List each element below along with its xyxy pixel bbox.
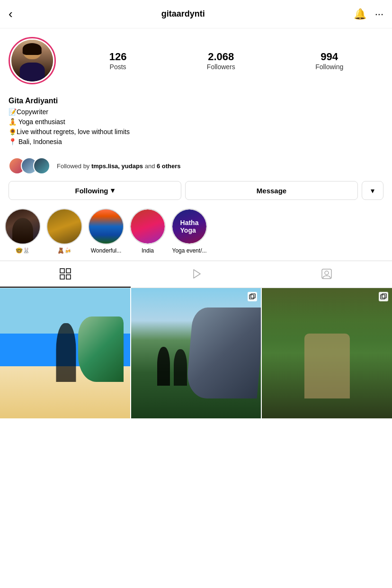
dropdown-icon: ▾ [371,186,374,195]
profile-section: 126 Posts 2.068 Followers 994 Following [0,28,392,97]
stats-row: 126 Posts 2.068 Followers 994 Following [69,51,383,71]
header: ‹ gitaardynti 🔔 ··· [0,0,392,28]
story-item-1[interactable]: 🤓🐰 [5,208,41,254]
followers-count: 2.068 [208,51,234,63]
more-icon[interactable]: ··· [375,8,383,20]
tagged-icon [321,268,333,280]
following-button[interactable]: Following ▾ [9,181,181,200]
story-item-4[interactable]: India [130,208,166,254]
svg-rect-1 [66,269,71,273]
bio-section: Gita Ardiyanti 📝Copywriter 🧘 Yoga enthus… [0,97,392,153]
story-label-5: Yoga event/... [172,247,207,254]
reels-icon [190,268,202,280]
tab-reels[interactable] [131,261,261,288]
multi-post-icon [248,292,257,301]
story-circle-5[interactable]: HathaYoga [171,208,207,244]
svg-rect-7 [249,295,254,299]
photo-grid [0,288,392,418]
following-count: 994 [321,51,338,63]
tab-tagged[interactable] [261,261,392,288]
story-circle-1[interactable] [5,208,41,244]
header-icons: 🔔 ··· [354,8,383,20]
follower-others[interactable]: 6 others [157,163,181,170]
notification-icon[interactable]: 🔔 [354,8,366,20]
bio-line-3: 🌻Live without regrets, love without limi… [9,127,383,137]
username-title: gitaardynti [161,9,205,19]
bio-line-2: 🧘 Yoga enthusiast [9,117,383,127]
story-item-3[interactable]: Wonderful... [88,208,124,254]
story-item-5[interactable]: HathaYoga Yoga event/... [171,208,207,254]
multi-post-icon-2 [379,292,388,301]
story-circle-2[interactable] [46,208,82,244]
grid-item-2[interactable] [131,288,261,418]
grid-icon [59,268,71,280]
story-circle-4[interactable] [130,208,166,244]
dropdown-button[interactable]: ▾ [362,181,383,200]
avatar-image [11,40,53,81]
stories-row: 🤓🐰 🧸🍻 Wonderful... India HathaYoga Yoga … [0,208,392,261]
svg-marker-4 [194,270,200,278]
grid-item-1[interactable] [0,288,130,418]
profile-name: Gita Ardiyanti [9,97,383,105]
following-label: Following [75,187,108,195]
svg-rect-8 [251,294,255,298]
story-label-2: 🧸🍻 [57,247,71,254]
bio-line-1: 📝Copywriter [9,107,383,117]
stat-following[interactable]: 994 Following [315,51,343,71]
stat-followers[interactable]: 2.068 Followers [207,51,235,71]
followed-by-text: Followed by tmps.lisa, yudaps and 6 othe… [57,163,181,170]
svg-point-6 [325,271,329,275]
tab-bar [0,261,392,288]
follower-avatar-3 [33,157,50,174]
svg-rect-2 [60,275,64,279]
avatar [11,40,53,81]
follower-names[interactable]: tmps.lisa, yudaps [91,163,143,170]
profile-top: 126 Posts 2.068 Followers 994 Following [9,37,383,84]
bio-line-4: 📍 Bali, Indonesia [9,137,383,147]
back-button[interactable]: ‹ [9,7,13,21]
following-label: Following [315,63,343,71]
followers-label: Followers [207,63,235,71]
follower-avatars [9,157,45,174]
story-item-2[interactable]: 🧸🍻 [46,208,82,254]
following-arrow-icon: ▾ [111,186,115,195]
avatar-ring[interactable] [9,37,56,84]
posts-label: Posts [110,63,126,71]
svg-rect-10 [382,294,386,298]
svg-rect-0 [60,269,64,273]
story-circle-3[interactable] [88,208,124,244]
svg-rect-3 [66,275,71,279]
svg-rect-9 [381,295,385,299]
followed-by: Followed by tmps.lisa, yudaps and 6 othe… [0,153,392,181]
grid-item-3[interactable] [262,288,392,418]
stat-posts[interactable]: 126 Posts [109,51,127,71]
story-label-4: India [142,247,154,254]
story-label-3: Wonderful... [91,247,121,254]
posts-count: 126 [109,51,127,63]
story-label-1: 🤓🐰 [16,247,30,254]
tab-grid[interactable] [0,261,131,288]
message-button[interactable]: Message [185,181,358,200]
action-buttons: Following ▾ Message ▾ [0,181,392,208]
